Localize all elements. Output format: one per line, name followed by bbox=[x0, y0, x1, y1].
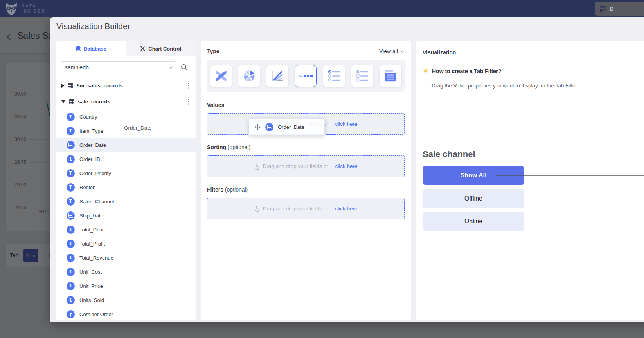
optional-suffix: (optional) bbox=[228, 144, 250, 150]
hand-pointer-icon bbox=[254, 206, 260, 212]
checkbox-list-icon bbox=[355, 69, 369, 83]
table-menu-icon[interactable] bbox=[186, 81, 192, 90]
click-here-link[interactable]: click here bbox=[335, 163, 358, 169]
field-row-unit-price[interactable]: Unit_Price bbox=[56, 279, 196, 293]
owl-logo-icon bbox=[5, 2, 18, 16]
hand-pointer-icon bbox=[254, 163, 260, 170]
view-all-label: View all bbox=[379, 48, 398, 54]
chart-type-radio-list[interactable] bbox=[323, 65, 345, 87]
field-name: Ship_Date bbox=[79, 213, 103, 219]
date-field-icon bbox=[265, 123, 273, 131]
chevron-down-icon bbox=[400, 50, 405, 53]
table-icon bbox=[68, 83, 73, 89]
field-row-order-priority[interactable]: Order_Priority bbox=[56, 166, 196, 180]
filters-dropzone[interactable]: Drag and drop your fields or click here bbox=[207, 198, 405, 219]
field-name: Total_Revenue bbox=[79, 255, 113, 261]
table-name: 5m_sales_records bbox=[77, 83, 182, 89]
sorting-dropzone[interactable]: Drag and drop your fields or click here bbox=[207, 155, 405, 177]
visualization-builder-modal: Visualization Builder Order_Date Databas… bbox=[50, 17, 644, 322]
field-name: Total_Cost bbox=[79, 227, 103, 233]
field-row-total-cost[interactable]: Total_Cost bbox=[56, 222, 196, 237]
table-row-5m-sales-records[interactable]: 5m_sales_records bbox=[56, 78, 196, 94]
tip-title: How to create a Tab Filter? bbox=[423, 68, 502, 74]
table-menu-icon[interactable] bbox=[186, 98, 192, 106]
table-icon bbox=[69, 99, 74, 105]
text-field-icon bbox=[67, 183, 75, 192]
dashboard-button[interactable]: D bbox=[595, 2, 644, 16]
field-row-order-date[interactable]: Order_Date bbox=[56, 138, 196, 152]
field-row-total-revenue[interactable]: Total_Revenue bbox=[56, 251, 196, 265]
visualization-heading: Visualization bbox=[423, 49, 456, 56]
field-row-country[interactable]: Country bbox=[56, 110, 196, 124]
field-row-ship-date[interactable]: Ship_Date bbox=[56, 208, 196, 222]
click-here-link[interactable]: click here bbox=[335, 206, 358, 211]
chart-type-tab-filter[interactable]: Tab bbox=[295, 65, 317, 87]
filters-label: Filters bbox=[207, 186, 223, 193]
search-icon[interactable] bbox=[181, 64, 188, 71]
table-row-sale-records[interactable]: sale_records bbox=[56, 94, 196, 110]
field-row-order-id[interactable]: Order_ID bbox=[56, 152, 196, 166]
number-field-icon bbox=[67, 282, 75, 290]
field-name: Order_ID bbox=[79, 156, 100, 162]
dashboard-icon bbox=[600, 5, 606, 12]
chart-type-dropdown-list[interactable] bbox=[380, 65, 401, 87]
database-search-row bbox=[56, 56, 196, 73]
move-icon bbox=[254, 124, 261, 130]
tab-chart-control[interactable]: Chart Control bbox=[126, 41, 196, 56]
field-row-total-profit[interactable]: Total_Profit bbox=[56, 237, 196, 251]
tip-title-text: How to create a Tab Filter? bbox=[432, 68, 502, 74]
number-field-icon bbox=[67, 268, 75, 276]
pie-chart-icon bbox=[242, 69, 256, 83]
text-field-icon bbox=[67, 127, 75, 135]
chart-type-checkbox-list[interactable] bbox=[351, 65, 373, 87]
expand-arrow-icon[interactable] bbox=[61, 84, 64, 88]
tab-database[interactable]: Database bbox=[56, 41, 126, 56]
filter-option-offline[interactable]: Offline bbox=[423, 189, 524, 208]
field-name: Total_Profit bbox=[79, 241, 105, 247]
line-chart-icon bbox=[270, 69, 284, 83]
database-select-input[interactable] bbox=[61, 61, 176, 73]
field-name: Country bbox=[79, 114, 97, 120]
tab-filter-icon: Tab bbox=[298, 69, 313, 83]
tab-chart-control-label: Chart Control bbox=[148, 46, 181, 52]
modal-title: Visualization Builder bbox=[56, 22, 130, 31]
filter-option-online[interactable]: Online bbox=[423, 212, 524, 231]
sorting-section-label: Sorting (optional) bbox=[207, 144, 405, 150]
field-row-units-sold[interactable]: Units_Sold bbox=[56, 293, 196, 307]
annotation-arrow bbox=[496, 171, 644, 180]
field-row-sales-channel[interactable]: Sales_Channel bbox=[56, 194, 196, 208]
number-field-icon bbox=[67, 296, 75, 304]
field-row-unit-cost[interactable]: Unit_Cost bbox=[56, 265, 196, 279]
tools-icon bbox=[140, 46, 146, 51]
chart-type-line[interactable] bbox=[266, 65, 288, 87]
dashboard-button-label: D bbox=[610, 6, 613, 12]
date-field-icon bbox=[67, 211, 75, 220]
optional-suffix: (optional) bbox=[225, 186, 248, 193]
database-select[interactable] bbox=[61, 61, 176, 73]
view-all-dropdown[interactable]: View all bbox=[379, 48, 405, 54]
chart-type-pie[interactable] bbox=[238, 65, 260, 87]
chevron-down-icon[interactable] bbox=[169, 66, 173, 69]
dropdown-list-icon bbox=[383, 69, 398, 83]
number-field-icon bbox=[67, 155, 75, 163]
database-icon bbox=[76, 46, 81, 52]
drag-ghost-label: Order_Date bbox=[278, 124, 304, 130]
chart-type-sankey[interactable] bbox=[210, 65, 232, 87]
field-name: Units_Sold bbox=[79, 297, 104, 303]
top-navbar: DATA INSIDER D bbox=[0, 0, 644, 17]
function-field-icon bbox=[67, 310, 75, 318]
date-field-icon bbox=[67, 141, 75, 149]
number-field-icon bbox=[67, 226, 75, 234]
drag-ghost-card: Order_Date bbox=[249, 118, 325, 136]
tab-database-label: Database bbox=[84, 46, 106, 52]
field-row-cost-per-order[interactable]: Cost per Order bbox=[56, 307, 196, 321]
left-panel-tabs: Database Chart Control bbox=[56, 41, 196, 56]
field-row-region[interactable]: Region bbox=[56, 180, 196, 194]
collapse-arrow-icon[interactable] bbox=[61, 100, 65, 103]
screen: Sales Sa 30.5030.2530.0029.7529.5029.25 … bbox=[0, 0, 644, 338]
table-name: sale_records bbox=[78, 99, 182, 105]
text-field-icon bbox=[67, 113, 75, 121]
text-field-icon bbox=[67, 169, 75, 177]
click-here-link[interactable]: click here bbox=[335, 121, 358, 127]
lightbulb-icon bbox=[423, 68, 429, 74]
